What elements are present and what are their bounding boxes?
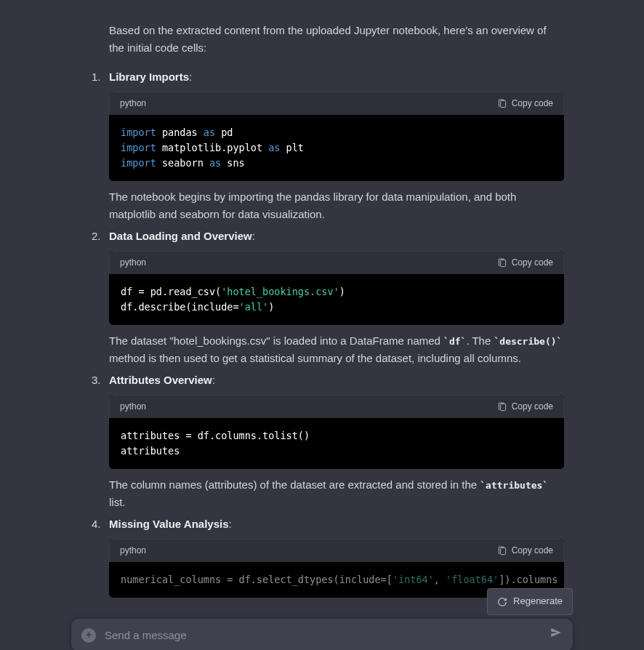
clipboard-icon xyxy=(497,546,507,556)
attach-plus-icon[interactable]: + xyxy=(81,628,96,643)
code-block: python Copy code df = pd.read_csv('hotel… xyxy=(109,251,564,325)
send-button[interactable] xyxy=(550,626,563,644)
code-header: python Copy code xyxy=(109,251,564,274)
item-description: The notebook begins by importing the pan… xyxy=(109,188,564,223)
copy-label: Copy code xyxy=(512,400,553,414)
refresh-icon xyxy=(497,597,507,607)
code-header: python Copy code xyxy=(109,395,564,418)
inline-code: `df` xyxy=(443,336,466,347)
code-content: attributes = df.columns.tolist() attribu… xyxy=(109,418,564,469)
svg-rect-0 xyxy=(500,100,505,107)
code-header: python Copy code xyxy=(109,539,564,562)
message-input[interactable] xyxy=(105,629,541,641)
code-lang-label: python xyxy=(120,400,146,414)
inline-code: `describe()` xyxy=(494,336,562,347)
regenerate-label: Regenerate xyxy=(513,594,563,609)
code-content: df = pd.read_csv('hotel_bookings.csv') d… xyxy=(109,274,564,325)
intro-text: Based on the extracted content from the … xyxy=(109,22,564,57)
item-title: Data Loading and Overview xyxy=(109,230,252,242)
inline-code: `attributes` xyxy=(480,480,548,491)
list-item: Data Loading and Overview: python Copy c… xyxy=(109,228,564,367)
code-header: python Copy code xyxy=(109,92,564,115)
item-title: Missing Value Analysis xyxy=(109,518,229,530)
copy-label: Copy code xyxy=(512,256,553,270)
clipboard-icon xyxy=(497,402,507,412)
item-description: The column names (attributes) of the dat… xyxy=(109,476,564,511)
copy-code-button[interactable]: Copy code xyxy=(497,544,553,558)
copy-label: Copy code xyxy=(512,97,553,111)
list-item: Missing Value Analysis: python Copy code… xyxy=(109,515,564,598)
copy-code-button[interactable]: Copy code xyxy=(497,256,553,270)
code-lang-label: python xyxy=(120,256,146,270)
overview-list: Library Imports: python Copy code import… xyxy=(109,68,564,598)
item-description: The dataset "hotel_bookings.csv" is load… xyxy=(109,332,564,367)
code-lang-label: python xyxy=(120,544,146,558)
chat-content: Based on the extracted content from the … xyxy=(0,0,644,650)
item-title: Library Imports xyxy=(109,71,189,83)
send-icon xyxy=(550,626,563,639)
svg-rect-2 xyxy=(500,404,505,410)
svg-rect-3 xyxy=(500,547,505,554)
code-block: python Copy code attributes = df.columns… xyxy=(109,395,564,469)
list-item: Library Imports: python Copy code import… xyxy=(109,68,564,223)
list-item: Attributes Overview: python Copy code at… xyxy=(109,372,564,511)
svg-rect-1 xyxy=(500,260,505,266)
regenerate-button[interactable]: Regenerate xyxy=(487,588,573,615)
item-title: Attributes Overview xyxy=(109,374,212,386)
code-lang-label: python xyxy=(120,97,146,111)
clipboard-icon xyxy=(497,258,507,268)
code-block: python Copy code import pandas as pd imp… xyxy=(109,92,564,181)
copy-code-button[interactable]: Copy code xyxy=(497,97,553,111)
code-content: import pandas as pd import matplotlib.py… xyxy=(109,115,564,181)
copy-code-button[interactable]: Copy code xyxy=(497,400,553,414)
copy-label: Copy code xyxy=(512,544,553,558)
message-input-bar: + xyxy=(71,619,573,650)
clipboard-icon xyxy=(497,99,507,109)
